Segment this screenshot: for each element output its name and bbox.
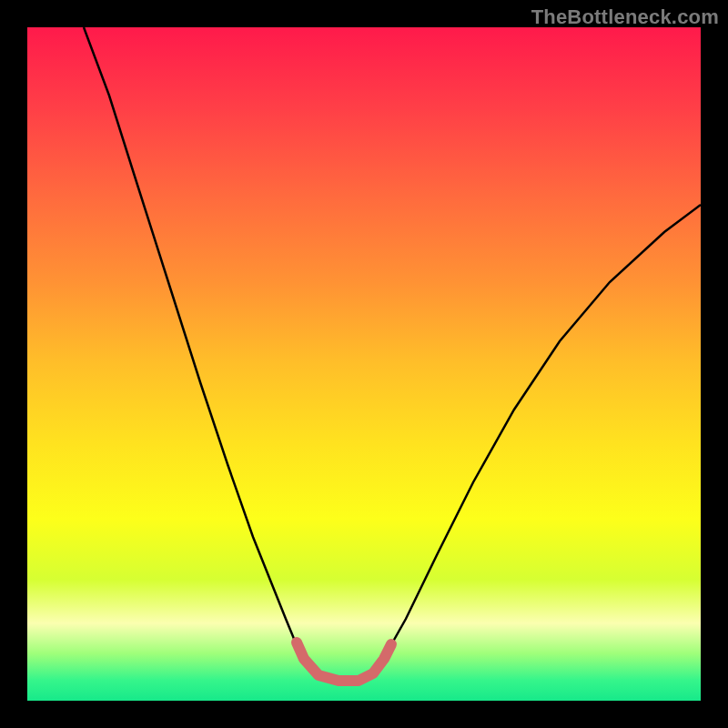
plot-area (27, 27, 701, 701)
bottom-highlight (297, 642, 391, 681)
curve-layer (27, 27, 701, 701)
bottleneck-curve (84, 27, 701, 681)
watermark-text: TheBottleneck.com (531, 5, 719, 29)
chart-frame: TheBottleneck.com (0, 0, 728, 728)
